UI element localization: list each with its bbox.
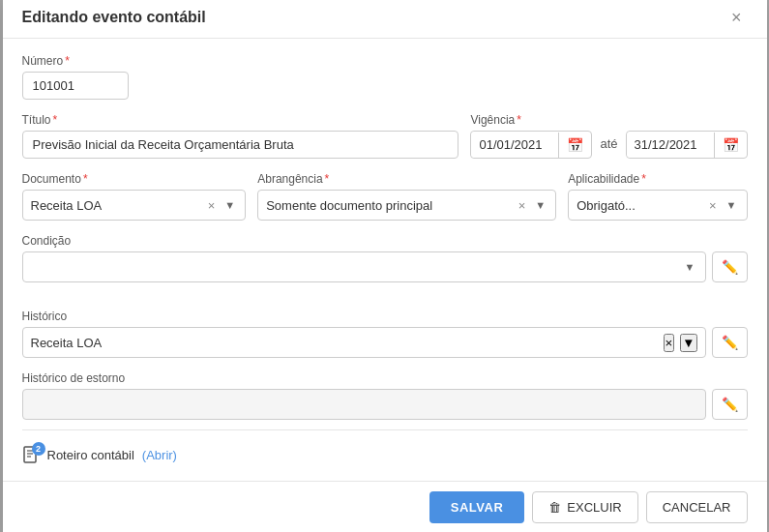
historico-estorno-group: Histórico de estorno ✏️ [22,371,748,420]
aplicabilidade-chevron-button[interactable]: ▼ [725,199,739,211]
required-star3: * [517,113,521,127]
excluir-button[interactable]: 🗑 EXCLUIR [532,491,637,523]
aplicabilidade-select[interactable]: Obrigató... × ▼ [568,190,747,221]
titulo-label: Título* [22,113,459,127]
calendar-start-button[interactable]: 📅 [558,133,591,158]
documento-value: Receita LOA [31,198,200,213]
condicao-chevron-button[interactable]: ▼ [683,261,697,273]
divider [22,429,748,430]
aplicabilidade-group: Aplicabilidade* Obrigató... × ▼ [568,172,747,221]
cancelar-button[interactable]: CANCELAR [646,491,748,523]
abrangencia-chevron-button[interactable]: ▼ [533,199,547,211]
abrangencia-clear-button[interactable]: × [517,198,528,213]
historico-edit-button[interactable]: ✏️ [712,327,748,358]
historico-estorno-label: Histórico de estorno [22,371,748,385]
documento-chevron-button[interactable]: ▼ [222,199,237,211]
documento-clear-button[interactable]: × [206,198,218,213]
abrangencia-value: Somente documento principal [266,198,510,213]
aplicabilidade-label: Aplicabilidade* [568,172,747,186]
condicao-select[interactable]: ▼ [22,251,706,282]
numero-row: Número* [22,54,748,100]
required-star: * [65,54,70,68]
date-end-input[interactable] [627,132,714,158]
date-start-field: 📅 [470,131,592,159]
calendar-end-button[interactable]: 📅 [714,133,747,158]
titulo-group: Título* [22,113,459,159]
required-star2: * [53,113,58,127]
roteiro-row: 2 Roteiro contábil (Abrir) [22,440,748,471]
modal-overlay: Editando evento contábil × Número* Títul… [0,0,769,532]
date-start-input[interactable] [471,132,558,158]
modal-dialog: Editando evento contábil × Número* Títul… [3,0,767,532]
ate-label: até [598,136,619,153]
aplicabilidade-value: Obrigató... [577,198,701,213]
trash-icon: 🗑 [548,500,561,515]
modal-footer: SALVAR 🗑 EXCLUIR CANCELAR [3,481,767,532]
roteiro-abrir-link[interactable]: (Abrir) [142,448,177,462]
numero-label: Número* [22,54,129,68]
abrangencia-label: Abrangência* [257,172,556,186]
historico-clear-button[interactable]: × [664,334,675,352]
required-star4: * [83,172,88,186]
documento-label: Documento* [22,172,247,186]
modal-body: Número* Título* Vigência* [3,39,767,481]
required-star5: * [325,172,330,186]
abrangencia-select[interactable]: Somente documento principal × ▼ [257,190,556,221]
historico-estorno-edit-button[interactable]: ✏️ [712,389,748,420]
documento-select[interactable]: Receita LOA × ▼ [22,190,247,221]
historico-estorno-row: ✏️ [22,389,748,420]
historico-row: Receita LOA × ▼ ✏️ [22,327,748,358]
condicao-row: ▼ ✏️ [22,251,748,282]
condicao-group: Condição ▼ ✏️ [22,234,748,296]
pencil-icon3: ✏️ [722,397,738,412]
historico-value: Receita LOA [31,336,658,350]
vigencia-group: Vigência* 📅 até 📅 [470,113,747,159]
titulo-input[interactable] [22,131,459,159]
close-button[interactable]: × [725,7,748,28]
excluir-label: EXCLUIR [567,500,621,515]
modal-header: Editando evento contábil × [3,0,767,39]
pencil-icon: ✏️ [722,259,738,275]
numero-group: Número* [22,54,129,100]
roteiro-badge: 2 [32,442,45,456]
roteiro-icon: 2 [22,446,40,463]
titulo-vigencia-row: Título* Vigência* 📅 até [22,113,748,159]
date-end-field: 📅 [626,131,748,159]
abrangencia-group: Abrangência* Somente documento principal… [257,172,556,221]
historico-chevron-button[interactable]: ▼ [680,334,696,352]
date-range-group: 📅 até 📅 [470,131,747,159]
condicao-edit-button[interactable]: ✏️ [712,251,748,282]
pencil-icon2: ✏️ [722,335,738,350]
historico-select[interactable]: Receita LOA × ▼ [22,327,706,358]
roteiro-label: Roteiro contábil [47,448,134,462]
vigencia-label: Vigência* [470,113,747,127]
historico-estorno-input [22,389,706,420]
aplicabilidade-clear-button[interactable]: × [707,198,719,213]
documento-group: Documento* Receita LOA × ▼ [22,172,247,221]
required-star6: * [641,172,646,186]
condicao-label: Condição [22,234,748,248]
salvar-button[interactable]: SALVAR [429,491,525,523]
numero-input[interactable] [22,72,129,100]
modal-title: Editando evento contábil [22,9,206,26]
doc-abrang-aplic-row: Documento* Receita LOA × ▼ Abrangência* … [22,172,748,221]
historico-group: Histórico Receita LOA × ▼ ✏️ [22,310,748,358]
historico-label: Histórico [22,310,748,323]
